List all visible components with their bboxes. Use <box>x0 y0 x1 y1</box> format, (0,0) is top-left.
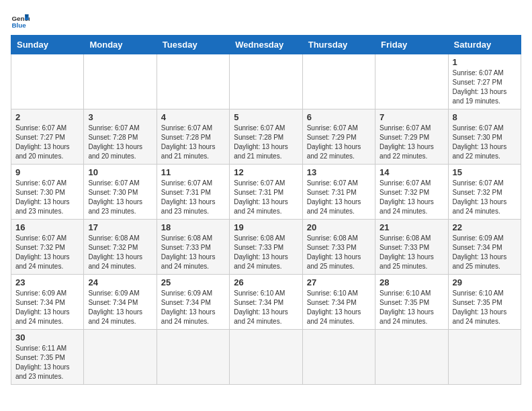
calendar-cell: 23Sunrise: 6:09 AM Sunset: 7:34 PM Dayli… <box>11 275 84 330</box>
day-number: 6 <box>307 112 371 122</box>
day-info: Sunrise: 6:07 AM Sunset: 7:27 PM Dayligh… <box>453 68 517 106</box>
day-number: 8 <box>453 112 517 122</box>
day-number: 2 <box>15 112 79 122</box>
calendar-week-row: 9Sunrise: 6:07 AM Sunset: 7:30 PM Daylig… <box>11 165 521 220</box>
calendar-cell <box>157 54 229 109</box>
day-header-wednesday: Wednesday <box>230 36 302 54</box>
day-number: 1 <box>453 57 517 67</box>
calendar-cell: 15Sunrise: 6:07 AM Sunset: 7:32 PM Dayli… <box>448 165 521 220</box>
calendar-cell <box>302 54 375 109</box>
day-number: 7 <box>380 112 443 122</box>
calendar-cell <box>230 54 302 109</box>
day-info: Sunrise: 6:08 AM Sunset: 7:33 PM Dayligh… <box>307 234 371 271</box>
calendar-cell <box>448 330 521 385</box>
day-info: Sunrise: 6:10 AM Sunset: 7:34 PM Dayligh… <box>307 289 371 326</box>
day-header-monday: Monday <box>84 36 157 54</box>
calendar-cell: 12Sunrise: 6:07 AM Sunset: 7:31 PM Dayli… <box>230 165 302 220</box>
day-info: Sunrise: 6:10 AM Sunset: 7:35 PM Dayligh… <box>453 289 517 326</box>
calendar-cell: 20Sunrise: 6:08 AM Sunset: 7:33 PM Dayli… <box>302 220 375 275</box>
calendar-cell: 3Sunrise: 6:07 AM Sunset: 7:28 PM Daylig… <box>84 109 157 165</box>
calendar-week-row: 23Sunrise: 6:09 AM Sunset: 7:34 PM Dayli… <box>11 275 521 330</box>
day-info: Sunrise: 6:07 AM Sunset: 7:31 PM Dayligh… <box>307 179 371 216</box>
day-info: Sunrise: 6:07 AM Sunset: 7:31 PM Dayligh… <box>161 179 225 216</box>
logo: General Blue <box>11 11 32 30</box>
calendar-cell: 28Sunrise: 6:10 AM Sunset: 7:35 PM Dayli… <box>375 275 448 330</box>
day-number: 9 <box>15 167 79 177</box>
day-number: 17 <box>88 222 152 232</box>
day-info: Sunrise: 6:07 AM Sunset: 7:29 PM Dayligh… <box>307 124 371 161</box>
day-number: 21 <box>380 222 443 232</box>
day-info: Sunrise: 6:10 AM Sunset: 7:34 PM Dayligh… <box>234 289 298 326</box>
day-info: Sunrise: 6:07 AM Sunset: 7:28 PM Dayligh… <box>234 124 298 161</box>
calendar-cell: 29Sunrise: 6:10 AM Sunset: 7:35 PM Dayli… <box>448 275 521 330</box>
calendar-cell: 5Sunrise: 6:07 AM Sunset: 7:28 PM Daylig… <box>230 109 302 165</box>
calendar-table: SundayMondayTuesdayWednesdayThursdayFrid… <box>11 35 521 385</box>
calendar-header-row: SundayMondayTuesdayWednesdayThursdayFrid… <box>11 36 521 54</box>
day-info: Sunrise: 6:07 AM Sunset: 7:28 PM Dayligh… <box>88 124 152 161</box>
day-info: Sunrise: 6:07 AM Sunset: 7:32 PM Dayligh… <box>15 234 79 271</box>
calendar-cell: 17Sunrise: 6:08 AM Sunset: 7:32 PM Dayli… <box>84 220 157 275</box>
calendar-cell: 18Sunrise: 6:08 AM Sunset: 7:33 PM Dayli… <box>157 220 229 275</box>
calendar-cell: 1Sunrise: 6:07 AM Sunset: 7:27 PM Daylig… <box>448 54 521 109</box>
calendar-cell: 25Sunrise: 6:09 AM Sunset: 7:34 PM Dayli… <box>157 275 229 330</box>
day-number: 29 <box>453 277 517 287</box>
day-number: 25 <box>161 277 225 287</box>
day-info: Sunrise: 6:09 AM Sunset: 7:34 PM Dayligh… <box>15 289 79 326</box>
calendar-cell: 6Sunrise: 6:07 AM Sunset: 7:29 PM Daylig… <box>302 109 375 165</box>
day-number: 10 <box>88 167 152 177</box>
day-header-thursday: Thursday <box>302 36 375 54</box>
day-number: 5 <box>234 112 298 122</box>
calendar-cell: 14Sunrise: 6:07 AM Sunset: 7:32 PM Dayli… <box>375 165 448 220</box>
day-number: 19 <box>234 222 298 232</box>
day-header-sunday: Sunday <box>11 36 84 54</box>
calendar-cell <box>302 330 375 385</box>
calendar-cell: 26Sunrise: 6:10 AM Sunset: 7:34 PM Dayli… <box>230 275 302 330</box>
calendar-cell <box>157 330 229 385</box>
day-info: Sunrise: 6:07 AM Sunset: 7:31 PM Dayligh… <box>234 179 298 216</box>
calendar-cell: 11Sunrise: 6:07 AM Sunset: 7:31 PM Dayli… <box>157 165 229 220</box>
day-number: 11 <box>161 167 225 177</box>
day-info: Sunrise: 6:09 AM Sunset: 7:34 PM Dayligh… <box>88 289 152 326</box>
day-info: Sunrise: 6:07 AM Sunset: 7:29 PM Dayligh… <box>380 124 443 161</box>
day-info: Sunrise: 6:07 AM Sunset: 7:32 PM Dayligh… <box>453 179 517 216</box>
day-number: 26 <box>234 277 298 287</box>
day-number: 16 <box>15 222 79 232</box>
day-number: 30 <box>15 332 79 342</box>
day-info: Sunrise: 6:07 AM Sunset: 7:32 PM Dayligh… <box>380 179 443 216</box>
calendar-cell <box>375 330 448 385</box>
calendar-cell <box>230 330 302 385</box>
calendar-cell: 27Sunrise: 6:10 AM Sunset: 7:34 PM Dayli… <box>302 275 375 330</box>
day-info: Sunrise: 6:07 AM Sunset: 7:30 PM Dayligh… <box>453 124 517 161</box>
day-info: Sunrise: 6:09 AM Sunset: 7:34 PM Dayligh… <box>161 289 225 326</box>
calendar-cell: 4Sunrise: 6:07 AM Sunset: 7:28 PM Daylig… <box>157 109 229 165</box>
calendar-week-row: 30Sunrise: 6:11 AM Sunset: 7:35 PM Dayli… <box>11 330 521 385</box>
day-number: 24 <box>88 277 152 287</box>
day-info: Sunrise: 6:11 AM Sunset: 7:35 PM Dayligh… <box>15 344 79 381</box>
day-number: 13 <box>307 167 371 177</box>
calendar-cell: 2Sunrise: 6:07 AM Sunset: 7:27 PM Daylig… <box>11 109 84 165</box>
day-number: 14 <box>380 167 443 177</box>
header: General Blue <box>11 11 521 30</box>
logo-icon: General Blue <box>11 11 30 30</box>
day-info: Sunrise: 6:08 AM Sunset: 7:33 PM Dayligh… <box>161 234 225 271</box>
calendar-week-row: 2Sunrise: 6:07 AM Sunset: 7:27 PM Daylig… <box>11 109 521 165</box>
day-number: 12 <box>234 167 298 177</box>
day-info: Sunrise: 6:07 AM Sunset: 7:30 PM Dayligh… <box>15 179 79 216</box>
calendar-cell: 24Sunrise: 6:09 AM Sunset: 7:34 PM Dayli… <box>84 275 157 330</box>
calendar-cell <box>84 330 157 385</box>
day-info: Sunrise: 6:08 AM Sunset: 7:33 PM Dayligh… <box>380 234 443 271</box>
calendar-cell: 30Sunrise: 6:11 AM Sunset: 7:35 PM Dayli… <box>11 330 84 385</box>
calendar-cell: 19Sunrise: 6:08 AM Sunset: 7:33 PM Dayli… <box>230 220 302 275</box>
day-number: 27 <box>307 277 371 287</box>
calendar-cell <box>11 54 84 109</box>
day-info: Sunrise: 6:10 AM Sunset: 7:35 PM Dayligh… <box>380 289 443 326</box>
day-number: 15 <box>453 167 517 177</box>
svg-text:Blue: Blue <box>11 21 26 29</box>
day-info: Sunrise: 6:07 AM Sunset: 7:28 PM Dayligh… <box>161 124 225 161</box>
calendar-cell: 10Sunrise: 6:07 AM Sunset: 7:30 PM Dayli… <box>84 165 157 220</box>
calendar-cell <box>375 54 448 109</box>
day-header-saturday: Saturday <box>448 36 521 54</box>
day-header-friday: Friday <box>375 36 448 54</box>
calendar-cell: 8Sunrise: 6:07 AM Sunset: 7:30 PM Daylig… <box>448 109 521 165</box>
calendar-cell: 9Sunrise: 6:07 AM Sunset: 7:30 PM Daylig… <box>11 165 84 220</box>
